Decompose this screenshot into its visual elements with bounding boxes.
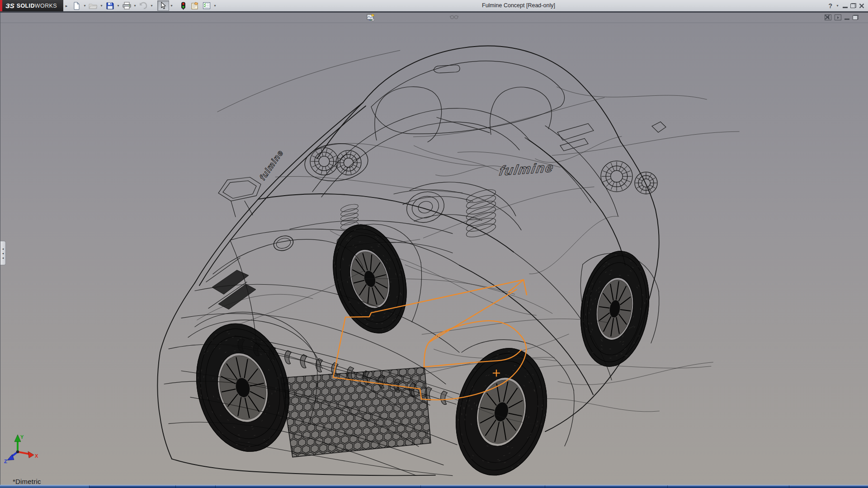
- close-button[interactable]: [859, 3, 864, 9]
- doc-restore-icon: [853, 15, 859, 20]
- featuremanager-collapse-tab[interactable]: ◂ ◂ ◂: [0, 241, 6, 265]
- undo-arrow-icon: [139, 2, 148, 9]
- save-button[interactable]: [104, 0, 116, 11]
- taskbar-edge[interactable]: [0, 485, 868, 488]
- window-title: Fulmine Concept [Read-only]: [482, 2, 555, 9]
- graphics-area[interactable]: fulminefulmineYXZ: [0, 13, 868, 485]
- undo-dropdown-arrow[interactable]: ▾: [149, 1, 154, 10]
- brand-name-light: WORKS: [35, 3, 57, 9]
- print-icon: [123, 2, 131, 9]
- collapse-arrow-icon: ◂: [2, 247, 4, 250]
- restore-icon: [850, 3, 856, 8]
- main-toolbar: ▾ ▾ ▾: [71, 0, 217, 11]
- options-checklist-icon: [203, 2, 211, 9]
- titlebar[interactable]: ЗS SOLIDWORKS ▸ ▾ ▾: [0, 0, 868, 13]
- view-orientation-button[interactable]: [414, 14, 423, 22]
- eyeglasses-icon: [450, 14, 458, 20]
- hide-show-items-button[interactable]: [450, 14, 459, 22]
- pane-next-button[interactable]: [835, 14, 841, 20]
- display-style-button[interactable]: [432, 14, 441, 22]
- svg-text:Z: Z: [4, 459, 7, 464]
- taskbar-divider: [215, 485, 216, 488]
- menu-expander-icon[interactable]: ▸: [63, 4, 70, 8]
- logo-red-stripe: [0, 0, 2, 11]
- svg-text:Y: Y: [20, 434, 24, 440]
- new-document-icon: [72, 2, 80, 10]
- doc-restore-button[interactable]: [853, 15, 859, 20]
- section-view-button[interactable]: [402, 14, 411, 22]
- restore-button[interactable]: [850, 3, 856, 8]
- doc-close-icon: [825, 14, 830, 20]
- brand-name-bold: SOLID: [17, 3, 35, 9]
- taskbar-divider: [89, 485, 90, 488]
- taskbar-divider: [420, 485, 421, 488]
- minimize-button[interactable]: [843, 3, 848, 8]
- headsup-divider: [0, 23, 868, 23]
- axis-triad: YXZ: [4, 434, 38, 464]
- rebuild-trafficlight-icon: [181, 2, 186, 10]
- options-dropdown-arrow[interactable]: ▾: [212, 1, 217, 10]
- edit-appearance-button[interactable]: [468, 14, 477, 22]
- new-document-button[interactable]: [71, 0, 82, 11]
- undo-button[interactable]: [137, 0, 149, 11]
- taskbar-divider: [667, 485, 668, 488]
- options-button[interactable]: [201, 0, 212, 11]
- close-icon: [859, 3, 864, 9]
- save-floppy-icon: [106, 2, 114, 9]
- svg-text:X: X: [35, 453, 38, 459]
- pane-next-icon: [837, 16, 839, 19]
- print-button[interactable]: [121, 0, 132, 11]
- open-button[interactable]: [87, 0, 99, 11]
- previous-view-button[interactable]: [390, 14, 400, 22]
- view-settings-icon: [367, 14, 375, 20]
- help-dropdown-arrow[interactable]: ▾: [835, 1, 840, 10]
- model-badge-text: fulmine: [498, 160, 555, 178]
- file-properties-button[interactable]: [189, 0, 201, 11]
- select-cursor-icon: [160, 2, 166, 9]
- view-orientation-label: *Dimetric: [13, 478, 41, 485]
- collapse-arrow-icon: ◂: [2, 252, 4, 255]
- save-dropdown-arrow[interactable]: ▾: [116, 1, 121, 10]
- view-settings-button[interactable]: [498, 14, 507, 22]
- window-controls: ? ▾: [828, 0, 864, 11]
- taskbar-start-segment: [0, 485, 89, 488]
- file-properties-icon: [191, 2, 199, 9]
- new-dropdown-arrow[interactable]: ▾: [82, 1, 87, 10]
- minimize-icon: [843, 7, 848, 8]
- collapse-arrow-icon: ◂: [2, 256, 4, 259]
- solidworks-logo: ЗS SOLIDWORKS: [0, 0, 63, 11]
- taskbar-divider: [175, 485, 176, 488]
- taskbar-divider: [789, 485, 789, 488]
- document-window-controls: [825, 14, 862, 20]
- print-dropdown-arrow[interactable]: ▾: [132, 1, 137, 10]
- logo-mark: ЗS: [5, 2, 14, 9]
- help-button[interactable]: ?: [828, 2, 832, 9]
- solidworks-window: ЗS SOLIDWORKS ▸ ▾ ▾: [0, 0, 868, 488]
- doc-minimize-button[interactable]: [844, 15, 849, 20]
- apply-scene-button[interactable]: [480, 14, 489, 22]
- open-dropdown-arrow[interactable]: ▾: [99, 1, 104, 10]
- rebuild-button[interactable]: [177, 0, 189, 11]
- doc-minimize-icon: [844, 19, 849, 20]
- open-folder-icon: [89, 2, 98, 9]
- zoom-to-area-button[interactable]: [378, 14, 388, 22]
- model-wireframe-canvas[interactable]: fulminefulmineYXZ: [0, 13, 868, 485]
- taskbar-divider: [545, 485, 545, 488]
- headsup-view-toolbar: [367, 14, 507, 22]
- select-dropdown-arrow[interactable]: ▾: [169, 1, 174, 10]
- select-button[interactable]: [157, 0, 169, 11]
